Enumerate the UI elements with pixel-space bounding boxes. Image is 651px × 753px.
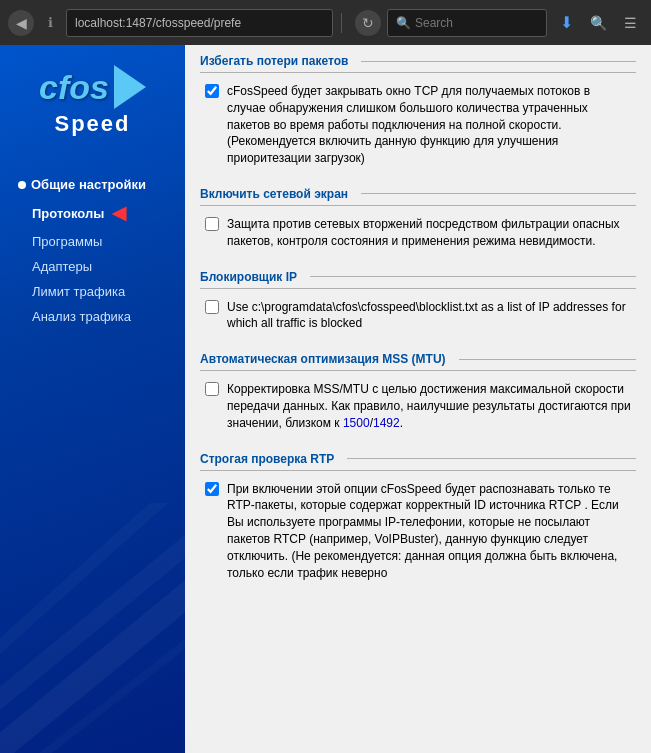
sidebar-section-title[interactable]: Общие настройки — [10, 172, 175, 197]
section-title-text-2: Включить сетевой экран — [200, 187, 348, 201]
checkbox-label-ip-blocker: Use c:\programdata\cfos\cfosspeed\blockl… — [227, 299, 631, 333]
back-button[interactable]: ◀ — [8, 10, 34, 36]
checkbox-label-mss: Корректировка MSS/MTU с целью достижения… — [227, 381, 631, 431]
checkbox-wrapper-3[interactable] — [205, 382, 219, 400]
search-bar[interactable]: 🔍 Search — [387, 9, 547, 37]
checkbox-wrapper-0[interactable] — [205, 84, 219, 102]
app-container: cfos Speed Общие настройки Протоколы ◀ П… — [0, 45, 651, 753]
section-avoid-loss-title: Избегать потери пакетов — [200, 50, 636, 73]
search-placeholder: Search — [415, 16, 453, 30]
nav-item-label: Адаптеры — [32, 259, 92, 274]
bullet-icon — [18, 181, 26, 189]
address-text: localhost:1487/cfosspeed/prefe — [75, 16, 241, 30]
speed-text: Speed — [54, 111, 130, 137]
checkbox-rtp[interactable] — [205, 482, 219, 496]
reload-button[interactable]: ↻ — [355, 10, 381, 36]
checkbox-row-0: cFosSpeed будет закрывать окно TCP для п… — [200, 79, 636, 171]
sidebar-nav: Общие настройки Протоколы ◀ Программы Ад… — [0, 172, 185, 329]
nav-item-label: Анализ трафика — [32, 309, 131, 324]
section-firewall: Включить сетевой экран Защита против сет… — [200, 183, 636, 254]
sidebar-item-adapters[interactable]: Адаптеры — [10, 254, 175, 279]
nav-item-label: Программы — [32, 234, 102, 249]
address-bar[interactable]: localhost:1487/cfosspeed/prefe — [66, 9, 333, 37]
section-mss-mtu: Автоматическая оптимизация MSS (MTU) Кор… — [200, 348, 636, 435]
red-arrow-icon: ◀ — [112, 202, 126, 224]
sidebar-lines-svg — [0, 503, 185, 753]
checkbox-wrapper-2[interactable] — [205, 300, 219, 318]
section-avoid-loss: Избегать потери пакетов cFosSpeed будет … — [200, 50, 636, 171]
checkbox-mss[interactable] — [205, 382, 219, 396]
browser-toolbar: ◀ ℹ localhost:1487/cfosspeed/prefe ↻ 🔍 S… — [0, 0, 651, 45]
nav-item-label: Протоколы — [32, 206, 104, 221]
section-title-text-3: Блокировщик IP — [200, 270, 297, 284]
main-content: Избегать потери пакетов cFosSpeed будет … — [185, 45, 651, 753]
section-firewall-title: Включить сетевой экран — [200, 183, 636, 206]
content-inner: Избегать потери пакетов cFosSpeed будет … — [185, 45, 651, 612]
section-title-text-4: Автоматическая оптимизация MSS (MTU) — [200, 352, 446, 366]
section-title-text: Избегать потери пакетов — [200, 54, 348, 68]
sidebar-item-programs[interactable]: Программы — [10, 229, 175, 254]
section-title-text-5: Строгая проверка RTP — [200, 452, 334, 466]
section-rtp-title: Строгая проверка RTP — [200, 448, 636, 471]
sidebar: cfos Speed Общие настройки Протоколы ◀ П… — [0, 45, 185, 753]
nav-item-label: Лимит трафика — [32, 284, 125, 299]
sidebar-item-traffic-limit[interactable]: Лимит трафика — [10, 279, 175, 304]
logo-triangle-icon — [114, 65, 146, 109]
sidebar-logo: cfos Speed — [0, 45, 185, 152]
checkbox-label-firewall: Защита против сетевых вторжений посредст… — [227, 216, 631, 250]
section-ip-blocker: Блокировщик IP Use c:\programdata\cfos\c… — [200, 266, 636, 337]
checkbox-row-3: Корректировка MSS/MTU с целью достижения… — [200, 377, 636, 435]
sidebar-item-traffic-analysis[interactable]: Анализ трафика — [10, 304, 175, 329]
cfos-text: cfos — [39, 70, 109, 104]
sidebar-item-protocols[interactable]: Протоколы ◀ — [10, 197, 175, 229]
checkbox-row-2: Use c:\programdata\cfos\cfosspeed\blockl… — [200, 295, 636, 337]
checkbox-avoid-loss[interactable] — [205, 84, 219, 98]
checkbox-firewall[interactable] — [205, 217, 219, 231]
checkbox-ip-blocker[interactable] — [205, 300, 219, 314]
checkbox-label-rtp: При включении этой опции cFosSpeed будет… — [227, 481, 631, 582]
section-rtp: Строгая проверка RTP При включении этой … — [200, 448, 636, 586]
checkbox-row-4: При включении этой опции cFosSpeed будет… — [200, 477, 636, 586]
section-mss-title: Автоматическая оптимизация MSS (MTU) — [200, 348, 636, 371]
search-icon: 🔍 — [396, 16, 411, 30]
checkbox-row-1: Защита против сетевых вторжений посредст… — [200, 212, 636, 254]
logo-wrapper: cfos — [39, 65, 146, 109]
download-button[interactable]: ⬇ — [553, 10, 579, 36]
sidebar-decoration — [0, 503, 185, 753]
info-button[interactable]: ℹ — [40, 13, 60, 33]
checkbox-wrapper-4[interactable] — [205, 482, 219, 500]
checkbox-wrapper-1[interactable] — [205, 217, 219, 235]
menu-button[interactable]: ☰ — [617, 10, 643, 36]
find-button[interactable]: 🔍 — [585, 10, 611, 36]
section-ip-blocker-title: Блокировщик IP — [200, 266, 636, 289]
checkbox-label-avoid-loss: cFosSpeed будет закрывать окно TCP для п… — [227, 83, 631, 167]
